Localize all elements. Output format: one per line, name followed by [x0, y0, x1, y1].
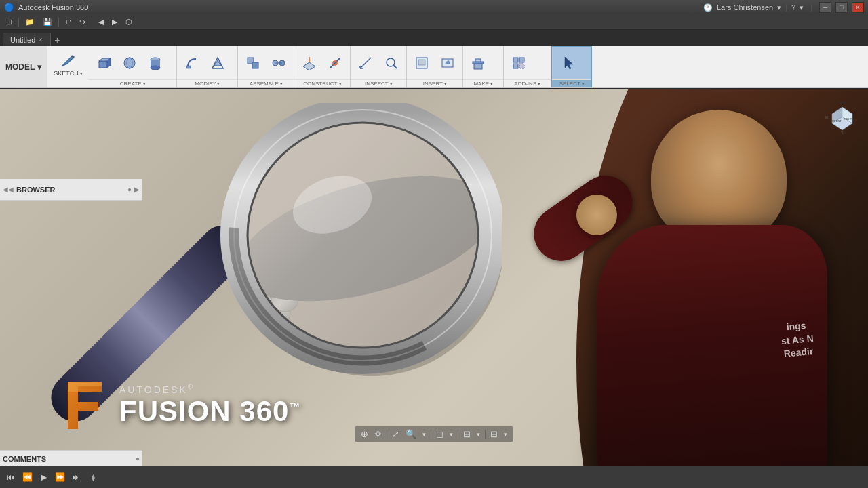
- svg-rect-34: [519, 64, 524, 68]
- display-dropdown[interactable]: ▾: [448, 430, 455, 439]
- viewport[interactable]: ◀◀ BROWSER ● ▶: [0, 89, 868, 466]
- zoom-control[interactable]: 🔍: [403, 428, 418, 441]
- select-btn[interactable]: [557, 49, 582, 77]
- inspect-label[interactable]: INSPECT ▾: [351, 79, 406, 87]
- pan-control[interactable]: ✥: [372, 428, 384, 441]
- box-icon: [96, 55, 112, 71]
- svg-line-23: [393, 65, 397, 68]
- create-cylinder-btn[interactable]: [143, 49, 167, 77]
- insert-canvas-btn[interactable]: [410, 49, 434, 77]
- modify-label[interactable]: MODIFY ▾: [177, 79, 237, 87]
- extra-button[interactable]: ⬡: [122, 16, 136, 28]
- tab-label: Untitled: [10, 36, 35, 44]
- new-component-icon: [245, 55, 261, 71]
- minimize-button[interactable]: ─: [819, 2, 831, 13]
- comments-panel: COMMENTS ●: [0, 450, 142, 466]
- section-dropdown[interactable]: ▾: [502, 430, 509, 439]
- app-title: Autodesk Fusion 360: [18, 3, 88, 12]
- save-button[interactable]: 💾: [39, 16, 56, 28]
- svg-marker-15: [303, 62, 315, 70]
- construct-axis-btn[interactable]: [323, 49, 347, 77]
- make-label[interactable]: MAKE ▾: [463, 79, 503, 87]
- browser-pin[interactable]: ●: [127, 186, 132, 193]
- construct-plane-btn[interactable]: [297, 49, 321, 77]
- 3d-print-icon: [470, 55, 486, 71]
- f-logo-icon: [61, 378, 108, 432]
- create-box-btn[interactable]: [92, 49, 116, 77]
- grid-dropdown[interactable]: ▾: [475, 430, 482, 439]
- create-section: CREATE ▾: [89, 46, 177, 87]
- open-button[interactable]: 📁: [22, 16, 38, 28]
- section-control[interactable]: ⊟: [488, 428, 500, 441]
- inspect-section: INSPECT ▾: [351, 46, 407, 87]
- titlebar-left: 🔵 Autodesk Fusion 360: [4, 3, 88, 12]
- timeline-back-start[interactable]: ⏮: [4, 470, 18, 484]
- comments-pin[interactable]: ●: [136, 455, 140, 462]
- create-sphere-btn[interactable]: [117, 49, 142, 77]
- insert-decal-btn[interactable]: [435, 49, 460, 77]
- model-arrow: ▾: [37, 62, 41, 72]
- assemble-label[interactable]: ASSEMBLE ▾: [238, 79, 294, 87]
- sketch-button[interactable]: SKETCH ▾: [47, 46, 89, 83]
- timeline-play[interactable]: ▶: [37, 470, 50, 484]
- user-name[interactable]: Lars Christensen: [717, 3, 773, 12]
- timeline-end[interactable]: ⏭: [69, 470, 83, 484]
- modify-fillet-btn[interactable]: [180, 49, 204, 77]
- undo-button[interactable]: ↩: [62, 16, 75, 28]
- zoom-dropdown[interactable]: ▾: [420, 430, 428, 439]
- navigation-cube[interactable]: TOP FRONT RIGHT S W: [822, 95, 863, 136]
- timeline-back[interactable]: ⏪: [20, 470, 34, 484]
- timeline-separator: [87, 472, 87, 482]
- grid-menu-button[interactable]: ⊞: [3, 16, 16, 28]
- timeline-forward[interactable]: ⏩: [53, 470, 66, 484]
- close-button[interactable]: ✕: [852, 2, 864, 13]
- redo-button[interactable]: ↪: [76, 16, 89, 28]
- shell-icon: [210, 55, 226, 71]
- orbit-control[interactable]: ⊕: [359, 428, 370, 441]
- svg-rect-32: [519, 58, 524, 62]
- create-label[interactable]: CREATE ▾: [89, 79, 176, 87]
- select-label[interactable]: SELECT ▾: [552, 79, 591, 87]
- joint-icon: [271, 55, 287, 71]
- model-dropdown[interactable]: MODEL ▾: [0, 46, 47, 87]
- insert-label[interactable]: INSERT ▾: [407, 79, 462, 87]
- grid-control[interactable]: ⊞: [461, 428, 473, 441]
- maximize-button[interactable]: □: [835, 2, 848, 13]
- app-icon: 🔵: [4, 3, 14, 12]
- tab-close-button[interactable]: ✕: [38, 37, 43, 43]
- assemble-section: ASSEMBLE ▾: [238, 46, 294, 87]
- vp-separator-1: [387, 430, 387, 439]
- person-hand: [576, 195, 617, 235]
- svg-rect-11: [252, 62, 258, 68]
- fusion-product-text: FUSION 360™: [119, 395, 300, 428]
- assemble-new-btn[interactable]: [241, 49, 265, 77]
- tab-bar: Untitled ✕ +: [0, 30, 868, 46]
- back-button[interactable]: ◀: [95, 16, 107, 28]
- inspect-analysis-btn[interactable]: [379, 49, 403, 77]
- svg-marker-35: [565, 57, 573, 69]
- browser-expand-arrow[interactable]: ▶: [134, 186, 140, 193]
- construct-label[interactable]: CONSTRUCT ▾: [294, 79, 350, 87]
- help-arrow[interactable]: ▾: [800, 3, 804, 12]
- vp-separator-3: [458, 430, 458, 439]
- vp-separator-2: [431, 430, 431, 439]
- display-mode-control[interactable]: ◻: [434, 428, 446, 441]
- svg-rect-33: [513, 64, 518, 68]
- tab-untitled[interactable]: Untitled ✕: [3, 33, 51, 46]
- help-btn[interactable]: ?: [791, 3, 795, 12]
- assemble-joint-btn[interactable]: [267, 49, 291, 77]
- zoom-fit-control[interactable]: ⤢: [390, 428, 401, 441]
- addins-section: ADD-INS ▾: [504, 46, 551, 87]
- modify-shell-btn[interactable]: [205, 49, 230, 77]
- make-3d-print-btn[interactable]: [466, 49, 490, 77]
- addins-btn[interactable]: [507, 49, 531, 77]
- addins-label[interactable]: ADD-INS ▾: [504, 79, 551, 87]
- browser-collapse-arrows[interactable]: ◀◀: [3, 186, 14, 193]
- forward-button[interactable]: ▶: [108, 16, 121, 28]
- svg-rect-30: [475, 59, 481, 62]
- user-arrow[interactable]: ▾: [777, 3, 781, 12]
- addins-icon: [511, 55, 527, 71]
- svg-rect-28: [474, 64, 482, 69]
- inspect-measure-btn[interactable]: [353, 49, 378, 77]
- new-tab-button[interactable]: +: [51, 34, 63, 46]
